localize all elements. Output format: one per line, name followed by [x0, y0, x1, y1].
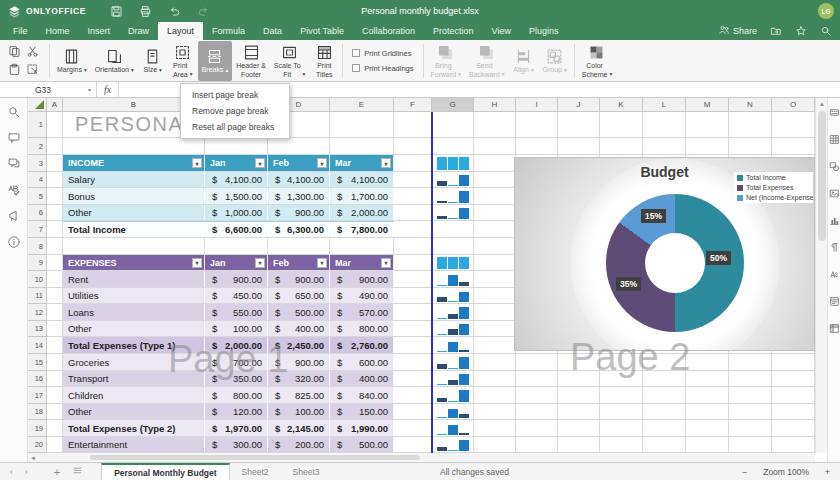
expenses-jan-cell[interactable]: $700.00	[205, 354, 268, 370]
cell-settings-icon[interactable]	[829, 104, 840, 120]
expenses-mar-cell[interactable]: $2,760.00	[330, 337, 394, 353]
add-sheet-button[interactable]: +	[54, 466, 60, 478]
expenses-row-total-expenses-type-2[interactable]: Total Expenses (Type 2)$1,970.00$2,145.0…	[63, 420, 394, 436]
expenses-mar-cell[interactable]: $1,990.00	[330, 420, 394, 436]
sheet-tab-sheet2[interactable]: Sheet2	[230, 463, 281, 480]
income-label-cell[interactable]: Bonus	[63, 188, 205, 204]
filter-button[interactable]: ▾	[381, 258, 391, 268]
filter-button[interactable]: ▾	[255, 158, 265, 168]
pivot-settings-icon[interactable]	[829, 320, 840, 336]
expenses-label-cell[interactable]: Utilities	[63, 288, 205, 303]
expenses-jan-cell[interactable]: $900.00	[205, 271, 268, 287]
income-row-other[interactable]: Other$1,000.00$900.00$2,000.00	[63, 205, 394, 220]
row-header-1[interactable]: 1	[28, 112, 47, 138]
save-button[interactable]	[108, 3, 124, 19]
expenses-row-other[interactable]: Other$120.00$100.00$150.00	[63, 404, 394, 419]
expenses-mar-cell[interactable]: $840.00	[330, 387, 394, 403]
row-header-10[interactable]: 10	[28, 271, 47, 288]
income-jan-cell[interactable]: $4,100.00	[205, 172, 268, 187]
image-settings-icon[interactable]	[829, 185, 840, 201]
filter-button[interactable]: ▾	[192, 258, 202, 268]
prev-sheet-arrow[interactable]: ‹	[10, 467, 13, 477]
income-mar-cell[interactable]: $4,100.00	[330, 172, 394, 187]
expenses-header-cell[interactable]: EXPENSES▾	[63, 255, 205, 270]
tab-collaboration[interactable]: Collaboration	[353, 22, 424, 40]
expenses-mar-cell[interactable]: $800.00	[330, 321, 394, 336]
expenses-feb-cell[interactable]: $320.00	[268, 371, 330, 386]
row-header-12[interactable]: 12	[28, 304, 47, 321]
next-sheet-arrow[interactable]: ›	[25, 467, 28, 477]
print-titles-button[interactable]: Print Titles	[309, 41, 339, 81]
expenses-jan-cell[interactable]: $350.00	[205, 371, 268, 386]
row-header-13[interactable]: 13	[28, 321, 47, 337]
expenses-feb-cell[interactable]: $2,450.00	[268, 337, 330, 353]
expenses-feb-cell[interactable]: $825.00	[268, 387, 330, 403]
expenses-jan-cell[interactable]: $450.00	[205, 288, 268, 303]
expenses-feb-cell[interactable]: $900.00	[268, 354, 330, 370]
tab-pivot-table[interactable]: Pivot Table	[291, 22, 353, 40]
row-header-15[interactable]: 15	[28, 354, 47, 371]
tab-file[interactable]: File	[4, 22, 37, 40]
income-label-cell[interactable]: Salary	[63, 172, 205, 187]
expenses-feb-cell[interactable]: $100.00	[268, 404, 330, 419]
expenses-label-cell[interactable]: Loans	[63, 304, 205, 320]
tab-protection[interactable]: Protection	[424, 22, 483, 40]
shape-settings-icon[interactable]	[829, 158, 840, 174]
filter-button[interactable]: ▾	[317, 258, 327, 268]
expenses-label-cell[interactable]: Groceries	[63, 354, 205, 370]
row-header-14[interactable]: 14	[28, 337, 47, 354]
income-mar-cell[interactable]: $2,000.00	[330, 205, 394, 220]
income-row-salary[interactable]: Salary$4,100.00$4,100.00$4,100.00	[63, 172, 394, 187]
share-button[interactable]: Share	[718, 24, 757, 38]
checkbox-print-headings[interactable]: Print Headings	[352, 64, 413, 73]
checkbox-box[interactable]	[352, 49, 360, 57]
zoom-out-button[interactable]: −	[742, 467, 747, 477]
menu-item-reset-all-page-breaks[interactable]: Reset all page breaks	[181, 119, 289, 135]
expenses-jan-cell[interactable]: $1,970.00	[205, 420, 268, 436]
column-header-n[interactable]: N	[729, 98, 772, 112]
expenses-mar-cell[interactable]: $570.00	[330, 304, 394, 320]
expenses-row-entertainment[interactable]: Entertainment$300.00$200.00$500.00	[63, 437, 394, 452]
expenses-mar-cell[interactable]: $400.00	[330, 371, 394, 386]
row-header-3[interactable]: 3	[28, 155, 47, 172]
expenses-feb-cell[interactable]: $900.00	[268, 271, 330, 287]
column-header-l[interactable]: L	[643, 98, 686, 112]
row-header-5[interactable]: 5	[28, 188, 47, 205]
expenses-label-cell[interactable]: Children	[63, 387, 205, 403]
user-avatar[interactable]: LG	[818, 3, 834, 19]
column-header-j[interactable]: J	[558, 98, 600, 112]
cut-button[interactable]	[25, 45, 39, 59]
sheet-tab-sheet3[interactable]: Sheet3	[281, 463, 332, 480]
income-jan-cell[interactable]: $1,000.00	[205, 205, 268, 220]
sheet-tab-personal-monthly-budget[interactable]: Personal Monthly Budget	[101, 463, 229, 480]
expenses-row-other[interactable]: Other$100.00$400.00$800.00	[63, 321, 394, 336]
expenses-feb-cell[interactable]: $200.00	[268, 437, 330, 452]
feedback-icon[interactable]	[7, 208, 21, 224]
expenses-row-utilities[interactable]: Utilities$450.00$650.00$490.00	[63, 288, 394, 303]
income-row-bonus[interactable]: Bonus$1,500.00$1,300.00$1,700.00	[63, 188, 394, 204]
chart-settings-icon[interactable]	[829, 212, 840, 228]
income-feb-cell[interactable]: $6,300.00	[268, 222, 330, 237]
tab-draw[interactable]: Draw	[119, 22, 158, 40]
income-label-cell[interactable]: Other	[63, 205, 205, 220]
scale-to-fit-button[interactable]: Scale To Fit▾	[270, 41, 310, 81]
filter-button[interactable]: ▾	[317, 158, 327, 168]
expenses-jan-cell[interactable]: $300.00	[205, 437, 268, 452]
menu-item-remove-page-break[interactable]: Remove page break	[181, 103, 289, 119]
row-header-19[interactable]: 19	[28, 420, 47, 437]
expenses-header-cell[interactable]: Jan▾	[205, 255, 268, 270]
expenses-header-cell[interactable]: Mar▾	[330, 255, 394, 270]
tab-layout[interactable]: Layout	[158, 22, 203, 40]
expenses-feb-cell[interactable]: $500.00	[268, 304, 330, 320]
expenses-feb-cell[interactable]: $400.00	[268, 321, 330, 336]
income-mar-cell[interactable]: $1,700.00	[330, 188, 394, 204]
income-jan-cell[interactable]: $1,500.00	[205, 188, 268, 204]
header-footer-button[interactable]: Header & Footer	[232, 41, 270, 81]
sheet-list-button[interactable]	[72, 465, 83, 478]
expenses-feb-cell[interactable]: $650.00	[268, 288, 330, 303]
breaks-button[interactable]: Breaks▴	[198, 41, 233, 81]
insert-function-button[interactable]: fx	[97, 82, 119, 97]
income-header-cell[interactable]: Mar▾	[330, 155, 394, 171]
checkbox-box[interactable]	[352, 64, 360, 72]
expenses-label-cell[interactable]: Transport	[63, 371, 205, 386]
